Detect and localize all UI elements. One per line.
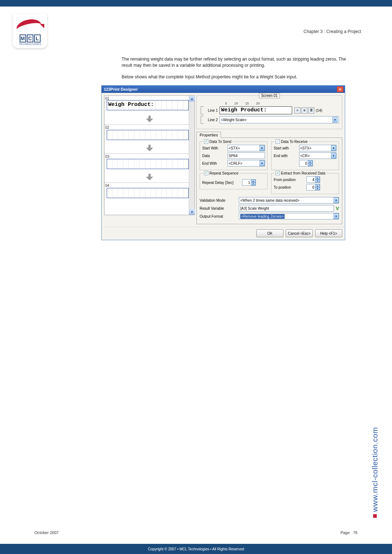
size-icon[interactable]: ≣ <box>308 107 314 114</box>
to-pos-label: To position <box>274 185 306 189</box>
line-1-input[interactable]: Weigh Product: <box>220 106 292 114</box>
font-icon[interactable]: ※ <box>301 107 307 114</box>
send-data-input[interactable]: SP64 <box>228 152 265 159</box>
slot-number: 03 <box>105 155 109 159</box>
slot-number: 02 <box>105 126 109 130</box>
slot-text-box: Weigh Product: <box>107 100 189 110</box>
dot-icon <box>373 514 377 518</box>
output-format-label: Output Format <box>200 214 239 218</box>
bracket-icon <box>201 106 204 114</box>
line-1-icons: ≡ ※ ≣ <box>294 107 314 114</box>
tab-properties[interactable]: Properties <box>196 132 221 138</box>
result-variable-label: Result Variable <box>200 206 239 210</box>
page-footer-row: October 2007 Page 76 <box>34 530 358 535</box>
data-to-receive-fieldset: ✓ Data To Receive Start with <STX>▼ End … <box>271 141 339 170</box>
extract-fieldset: ✓ Extract from Received Data From positi… <box>271 173 339 194</box>
repeat-sequence-fieldset: ✓ Repeat Sequence Repeat Delay [Sec] 1 ▲… <box>200 173 268 189</box>
mcl-logo: M C L TECHNOLOGIES <box>13 14 47 48</box>
spinner-up-icon[interactable]: ▲ <box>315 177 320 180</box>
cancel-button[interactable]: Cancel <Esc> <box>286 229 313 237</box>
chevron-down-icon[interactable]: ▼ <box>334 197 339 203</box>
receive-checkbox[interactable]: ✓ <box>275 139 280 144</box>
tab-header: Properties <box>196 131 342 138</box>
footer-page: Page 76 <box>340 530 358 535</box>
preview-slot-4[interactable]: 04 <box>105 183 195 212</box>
chevron-down-icon <box>146 177 153 180</box>
from-pos-label: From position <box>274 178 306 182</box>
dialog-titlebar[interactable]: 123Print Designer × <box>102 86 345 93</box>
help-button[interactable]: Help <F1> <box>315 229 342 237</box>
repeat-checkbox[interactable]: ✓ <box>204 171 208 175</box>
footer-date: October 2007 <box>34 530 59 535</box>
preview-slot-3[interactable]: 03 <box>105 154 195 183</box>
validation-mode-row: Validation Mode <When 2 times same data … <box>200 197 339 204</box>
line-2-value: <Weight Scale> <box>221 118 246 122</box>
to-pos-spinner[interactable]: 6 ▲▼ <box>306 184 320 190</box>
spinner-up-icon[interactable]: ▲ <box>251 180 256 182</box>
validation-mode-label: Validation Mode <box>200 198 239 202</box>
spinner-up-icon[interactable]: ▲ <box>315 184 320 187</box>
close-icon[interactable]: × <box>337 86 343 92</box>
spinner-down-icon[interactable]: ▼ <box>315 187 320 190</box>
side-url: www.mcl-collection.com <box>371 427 379 518</box>
spinner-up-icon[interactable]: ▲ <box>308 160 313 163</box>
preview-slot-2[interactable]: 02 <box>105 125 195 154</box>
chevron-down-icon[interactable]: ▼ <box>260 145 265 151</box>
recv-end-combo[interactable]: <CR>▼ <box>299 152 336 159</box>
line-2-combo[interactable]: <Weight Scale> ▼ <box>220 116 339 123</box>
screen-legend: Screen 01 <box>259 93 280 98</box>
chevron-down-icon <box>146 119 153 122</box>
line-2-row: Line 2 <Weight Scale> ▼ <box>200 116 339 124</box>
from-pos-spinner[interactable]: 4 ▲▼ <box>306 176 320 183</box>
spinner-down-icon[interactable]: ▼ <box>315 180 320 182</box>
receive-legend: ✓ Data To Receive <box>274 139 309 144</box>
ok-button[interactable]: OK <box>256 229 283 237</box>
preview-slot-1[interactable]: 01 Weigh Product: <box>105 96 195 125</box>
align-icon[interactable]: ≡ <box>294 107 301 114</box>
extract-legend: ✓ Extract from Received Data <box>274 171 326 175</box>
recv-end-label: End with <box>274 154 299 158</box>
receive-legend-label: Data To Receive <box>281 140 307 144</box>
slot-number: 04 <box>105 184 109 188</box>
line-1-row: Line 1 Weigh Product: ≡ ※ ≣ (14) <box>200 106 339 114</box>
side-url-text: www.mcl-collection.com <box>371 427 379 512</box>
line-2-label: Line 2 <box>204 118 220 122</box>
validation-mode-combo[interactable]: <When 2 times same data received> ▼ <box>239 197 339 204</box>
line-1-end: (14) <box>316 108 322 112</box>
scrollbar[interactable]: ▲ ▼ <box>189 96 195 215</box>
result-variable-row: Result Variable [A3] Scale Weight V <box>200 205 339 212</box>
extract-checkbox[interactable]: ✓ <box>275 171 280 175</box>
end-with-label: End With <box>202 161 228 165</box>
output-format-combo[interactable]: <Remove leading Zeroes> ▼ <box>239 213 339 219</box>
line-1-label: Line 1 <box>204 108 220 112</box>
page-top-bar <box>0 0 392 7</box>
send-end-combo[interactable]: <CRLF>▼ <box>228 160 265 167</box>
logo-letter-l: L <box>34 34 41 42</box>
chevron-down-icon[interactable]: ▼ <box>260 160 265 166</box>
spinner-down-icon[interactable]: ▼ <box>251 182 256 185</box>
bracket-icon <box>201 116 204 124</box>
repeat-delay-spinner[interactable]: 1 ▲▼ <box>242 179 256 186</box>
send-receive-row: ✓ Data To Send Start With <STX>▼ Data SP… <box>200 141 339 173</box>
repeat-legend: ✓ Repeat Sequence <box>203 171 240 175</box>
scroll-down-icon[interactable]: ▼ <box>189 209 195 215</box>
chevron-down-icon[interactable]: ▼ <box>331 145 336 151</box>
chevron-down-icon[interactable]: ▼ <box>332 117 338 123</box>
send-start-combo[interactable]: <STX>▼ <box>228 145 265 151</box>
ruler: 5 10 15 20 <box>217 102 339 105</box>
dialog-body: 01 Weigh Product: 02 03 04 <box>102 93 345 227</box>
spinner-down-icon[interactable]: ▼ <box>308 163 313 166</box>
recv-start-combo[interactable]: <STX>▼ <box>299 145 336 151</box>
chevron-down-icon[interactable]: ▼ <box>331 153 336 159</box>
recv-spinner[interactable]: 0 ▲▼ <box>299 160 313 167</box>
result-variable-combo[interactable]: [A3] Scale Weight <box>239 205 334 212</box>
send-checkbox[interactable]: ✓ <box>204 139 208 144</box>
chevron-down-icon[interactable]: ▼ <box>334 213 339 219</box>
logo-subtitle: TECHNOLOGIES <box>19 43 41 45</box>
output-format-row: Output Format <Remove leading Zeroes> ▼ <box>200 213 339 219</box>
slot-text-box <box>107 188 189 198</box>
scroll-up-icon[interactable]: ▲ <box>189 96 195 102</box>
designer-dialog: 123Print Designer × 01 Weigh Product: 02… <box>101 85 345 240</box>
extract-legend-label: Extract from Received Data <box>281 171 325 175</box>
copyright-bar: Copyright © 2007 • MCL Technologies • Al… <box>0 544 392 554</box>
